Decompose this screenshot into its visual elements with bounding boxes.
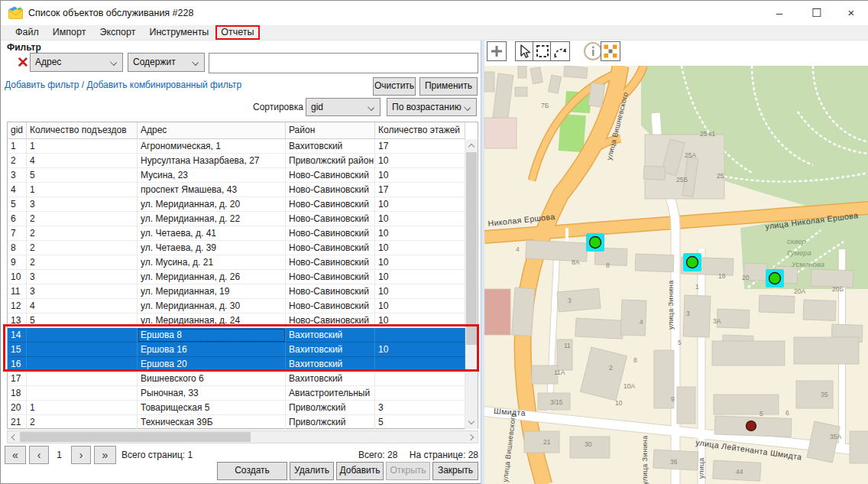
table-cell[interactable]: 4 xyxy=(8,183,27,197)
table-cell[interactable]: 1 xyxy=(27,139,138,154)
close-window-button[interactable]: × xyxy=(835,1,867,24)
table-cell[interactable]: ул. Меридианная, д. 30 xyxy=(138,299,286,313)
table-cell[interactable]: Ново-Савиновский xyxy=(286,255,375,270)
table-row[interactable]: 212Техническая 39БПриволжский5 xyxy=(8,415,465,430)
table-cell[interactable]: ул. Мусина, д. 21 xyxy=(138,255,286,270)
scroll-down-button[interactable] xyxy=(465,416,478,429)
table-cell[interactable]: Вахитовский xyxy=(286,372,375,386)
table-cell[interactable]: 17 xyxy=(375,139,465,154)
table-row[interactable]: 24Нурсултана Назарбаева, 27Приволжский р… xyxy=(8,154,465,168)
table-cell[interactable] xyxy=(375,357,465,372)
table-cell[interactable]: Вахитовский xyxy=(286,328,375,343)
table-cell[interactable]: 5 xyxy=(8,197,27,212)
map-lasso-select-icon[interactable] xyxy=(550,41,570,61)
table-cell[interactable]: ул. Меридианная, д. 24 xyxy=(138,313,286,328)
table-row[interactable]: 16Ершова 20Вахитовский xyxy=(8,357,465,372)
table-cell[interactable] xyxy=(27,386,138,401)
column-header[interactable]: Район xyxy=(286,122,375,138)
table-cell[interactable]: 4 xyxy=(27,299,138,313)
table-cell[interactable]: 5 xyxy=(375,415,465,430)
last-page-button[interactable]: » xyxy=(94,446,116,464)
table-cell[interactable]: 5 xyxy=(27,313,138,328)
table-cell[interactable]: 10 xyxy=(375,197,465,212)
column-header[interactable]: Адрес xyxy=(138,122,286,138)
table-cell[interactable]: 1 xyxy=(8,139,27,154)
table-cell[interactable]: ул. Меридианная, д. 22 xyxy=(138,212,286,226)
table-cell[interactable] xyxy=(375,372,465,386)
table-cell[interactable]: Ершова 16 xyxy=(138,343,286,357)
table-cell[interactable]: 10 xyxy=(375,313,465,328)
table-cell[interactable]: Нурсултана Назарбаева, 27 xyxy=(138,154,286,168)
table-row[interactable]: 18Рыночная, 33Авиастроительный xyxy=(8,386,465,401)
horizontal-scrollbar[interactable] xyxy=(7,430,478,443)
table-cell[interactable]: 10 xyxy=(8,270,27,284)
table-cell[interactable] xyxy=(375,328,465,343)
table-cell[interactable]: Техническая 39Б xyxy=(138,415,286,430)
scroll-up-button[interactable] xyxy=(465,139,478,152)
table-cell[interactable]: Ново-Савиновский xyxy=(286,299,375,313)
table-cell[interactable]: Мусина, 23 xyxy=(138,168,286,183)
table-cell[interactable]: 1 xyxy=(27,183,138,197)
add-filter-link[interactable]: Добавить фильтр xyxy=(5,80,79,90)
table-cell[interactable]: 14 xyxy=(8,328,27,343)
table-cell[interactable]: Ново-Савиновский xyxy=(286,226,375,241)
table-row[interactable]: 124ул. Меридианная, д. 30Ново-Савиновски… xyxy=(8,299,465,313)
table-row[interactable]: 135ул. Меридианная, д. 24Ново-Савиновски… xyxy=(8,313,465,328)
menu-import[interactable]: Импорт xyxy=(46,25,93,41)
table-cell[interactable]: 10 xyxy=(375,270,465,284)
table-cell[interactable]: 17 xyxy=(375,183,465,197)
table-cell[interactable]: 13 xyxy=(8,313,27,328)
table-cell[interactable]: Вахитовский xyxy=(286,343,375,357)
table-cell[interactable]: Авиастроительный xyxy=(286,386,375,401)
map-add-object-icon[interactable] xyxy=(487,41,507,61)
table-cell[interactable]: 15 xyxy=(8,343,27,357)
table-cell[interactable]: Приволжский xyxy=(286,401,375,415)
add-button[interactable]: Добавить xyxy=(336,462,384,480)
table-cell[interactable]: Ново-Савиновский xyxy=(286,168,375,183)
table-cell[interactable]: 10 xyxy=(375,168,465,183)
add-combined-filter-link[interactable]: Добавить комбинированный фильтр xyxy=(86,80,241,90)
table-cell[interactable]: Ново-Савиновский xyxy=(286,270,375,284)
table-row[interactable]: 82ул. Четаева, д. 39Ново-Савиновский10 xyxy=(8,241,465,255)
table-cell[interactable]: ул. Меридианная, д. 20 xyxy=(138,197,286,212)
table-cell[interactable]: 10 xyxy=(375,226,465,241)
table-cell[interactable]: Ново-Савиновский xyxy=(286,183,375,197)
table-row[interactable]: 201Товарищеская 5Приволжский3 xyxy=(8,401,465,415)
table-cell[interactable]: Ново-Савиновский xyxy=(286,284,375,299)
menu-tools[interactable]: Инструменты xyxy=(142,25,215,41)
table-cell[interactable]: 17 xyxy=(8,372,27,386)
vertical-scrollbar[interactable] xyxy=(465,139,478,429)
table-cell[interactable]: 2 xyxy=(27,415,138,430)
table-cell[interactable] xyxy=(375,386,465,401)
table-cell[interactable]: 10 xyxy=(375,343,465,357)
table-row[interactable]: 11Агрономическая, 1Вахитовский17 xyxy=(8,139,465,154)
first-page-button[interactable]: « xyxy=(5,446,26,464)
menu-file[interactable]: Файл xyxy=(8,25,46,41)
table-cell[interactable]: Вахитовский xyxy=(286,139,375,154)
table-cell[interactable]: 16 xyxy=(8,357,27,372)
create-task-button[interactable]: Создать задание xyxy=(217,462,287,480)
next-page-button[interactable]: › xyxy=(71,446,91,464)
menu-reports-highlighted[interactable]: Отчеты xyxy=(215,25,259,40)
table-cell[interactable]: 9 xyxy=(8,255,27,270)
table-cell[interactable]: 10 xyxy=(375,284,465,299)
table-cell[interactable]: 10 xyxy=(375,212,465,226)
table-cell[interactable]: 12 xyxy=(8,299,27,313)
map-selected-object-marker[interactable] xyxy=(586,233,604,252)
table-cell[interactable]: 3 xyxy=(375,401,465,415)
table-cell[interactable] xyxy=(27,357,138,372)
table-cell[interactable]: 10 xyxy=(375,299,465,313)
table-row[interactable]: 92ул. Мусина, д. 21Ново-Савиновский10 xyxy=(8,255,465,270)
table-cell[interactable]: ул. Меридианная, 19 xyxy=(138,284,286,299)
menu-export[interactable]: Экспорт xyxy=(92,25,142,41)
filter-query-input[interactable] xyxy=(209,53,478,73)
close-button[interactable]: Закрыть xyxy=(432,462,478,480)
table-cell[interactable]: Вахитовский xyxy=(286,357,375,372)
map-object-marker[interactable] xyxy=(747,421,756,431)
table-cell[interactable]: 5 xyxy=(27,168,138,183)
table-cell[interactable]: 20 xyxy=(8,401,27,415)
previous-page-button[interactable]: ‹ xyxy=(29,446,49,464)
table-cell[interactable]: Ново-Савиновский xyxy=(286,197,375,212)
table-cell[interactable]: Товарищеская 5 xyxy=(138,401,286,415)
table-cell[interactable]: Вишневского 6 xyxy=(138,372,286,386)
